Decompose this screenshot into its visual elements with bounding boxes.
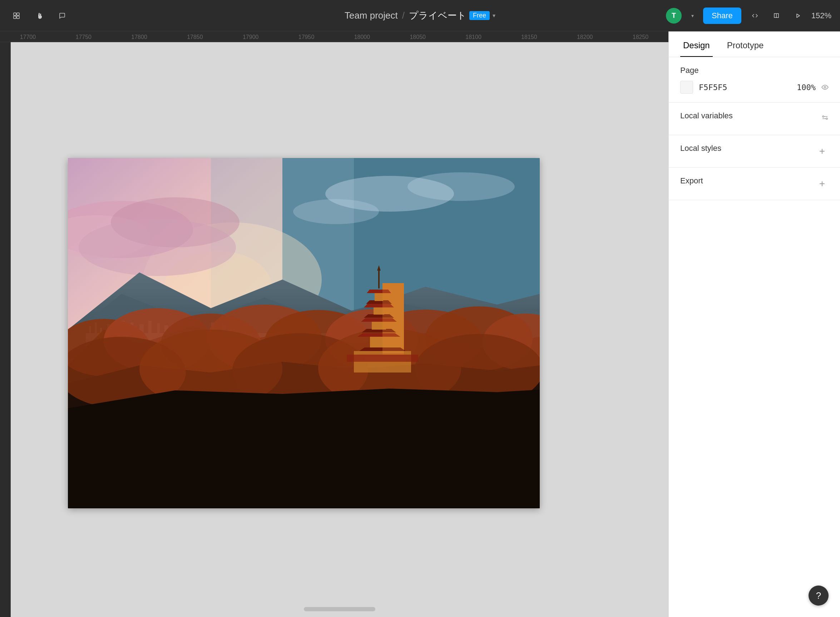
free-badge[interactable]: Free — [469, 11, 490, 20]
ruler-marks: 17700 17750 17800 17850 17900 17950 1800… — [0, 34, 669, 40]
svg-point-74 — [822, 116, 824, 117]
book-button[interactable] — [769, 8, 784, 24]
ruler-mark: 18000 — [334, 34, 390, 40]
svg-point-16 — [293, 199, 379, 224]
topbar-right: T ▾ Share 152% — [666, 7, 831, 24]
local-styles-title: Local styles — [680, 144, 721, 153]
svg-rect-71 — [347, 354, 418, 362]
hand-tool[interactable] — [31, 8, 47, 24]
ruler-mark: 17750 — [56, 34, 112, 40]
code-button[interactable] — [747, 8, 763, 24]
ruler-mark: 18250 — [613, 34, 669, 40]
project-name[interactable]: Team project — [345, 10, 398, 21]
panel-content-empty: ? — [669, 200, 840, 617]
local-variables-title: Local variables — [680, 111, 733, 121]
panel-tabs: Design Prototype — [669, 31, 840, 57]
tab-design[interactable]: Design — [680, 40, 713, 57]
ruler-mark: 17850 — [167, 34, 223, 40]
page-section-title: Page — [680, 66, 828, 75]
play-button[interactable] — [790, 8, 806, 24]
local-styles-header: Local styles + — [680, 144, 828, 159]
ruler-mark: 17900 — [223, 34, 279, 40]
local-styles-section: Local styles + — [669, 135, 840, 168]
share-button[interactable]: Share — [703, 7, 741, 24]
svg-rect-0 — [13, 13, 16, 15]
right-panel: Design Prototype Page F5F5F5 100% Lo — [669, 31, 840, 617]
ruler-mark: 17800 — [112, 34, 167, 40]
canvas-content[interactable] — [11, 42, 669, 617]
toolbar-tools — [9, 8, 70, 24]
local-variables-header: Local variables — [680, 111, 828, 126]
select-tool[interactable] — [9, 8, 24, 24]
canvas-image — [68, 158, 540, 508]
help-button[interactable]: ? — [809, 586, 828, 605]
svg-rect-72 — [382, 283, 404, 354]
export-title: Export — [680, 176, 703, 186]
ruler-mark: 18050 — [390, 34, 446, 40]
page-color-value[interactable]: F5F5F5 — [699, 83, 791, 92]
topbar-breadcrumb: Team project / プライベート Free ▾ — [345, 9, 495, 22]
avatar-dropdown-icon[interactable]: ▾ — [687, 8, 697, 24]
ruler-mark: 18200 — [557, 34, 613, 40]
comment-tool[interactable] — [54, 8, 70, 24]
dropdown-arrow-icon[interactable]: ▾ — [493, 12, 495, 19]
canvas-area: 17700 17750 17800 17850 17900 17950 1800… — [0, 31, 669, 617]
canvas-body — [0, 42, 669, 617]
svg-point-15 — [407, 172, 515, 201]
canvas-scrollbar[interactable] — [304, 607, 375, 611]
zoom-level[interactable]: 152% — [811, 11, 831, 21]
ruler-mark: 17950 — [279, 34, 334, 40]
page-color-swatch[interactable] — [680, 81, 693, 94]
main-layout: 17700 17750 17800 17850 17900 17950 1800… — [0, 31, 840, 617]
svg-rect-2 — [13, 16, 16, 19]
svg-marker-53 — [68, 388, 540, 508]
variables-icon[interactable] — [821, 114, 828, 123]
ruler-mark: 17700 — [0, 34, 56, 40]
export-header: Export + — [680, 176, 828, 191]
breadcrumb-separator: / — [402, 10, 404, 21]
page-name[interactable]: プライベート — [409, 9, 467, 22]
svg-point-13 — [79, 219, 236, 276]
svg-point-75 — [826, 118, 828, 120]
eye-icon[interactable] — [821, 83, 828, 92]
ruler-top: 17700 17750 17800 17850 17900 17950 1800… — [0, 31, 669, 42]
export-add-button[interactable]: + — [816, 177, 828, 190]
export-section: Export + — [669, 168, 840, 200]
ruler-mark: 18150 — [501, 34, 557, 40]
svg-rect-3 — [17, 16, 19, 19]
local-styles-add-button[interactable]: + — [816, 145, 828, 158]
ruler-left — [0, 42, 11, 617]
local-variables-section: Local variables — [669, 103, 840, 135]
tab-prototype[interactable]: Prototype — [724, 40, 767, 57]
svg-rect-1 — [17, 13, 19, 15]
page-opacity-value[interactable]: 100% — [797, 83, 816, 92]
page-section: Page F5F5F5 100% — [669, 57, 840, 103]
ruler-mark: 18100 — [446, 34, 502, 40]
svg-point-73 — [824, 87, 826, 88]
avatar[interactable]: T — [666, 8, 682, 24]
page-color-row: F5F5F5 100% — [680, 81, 828, 94]
topbar: Team project / プライベート Free ▾ T ▾ Share 1… — [0, 0, 840, 31]
